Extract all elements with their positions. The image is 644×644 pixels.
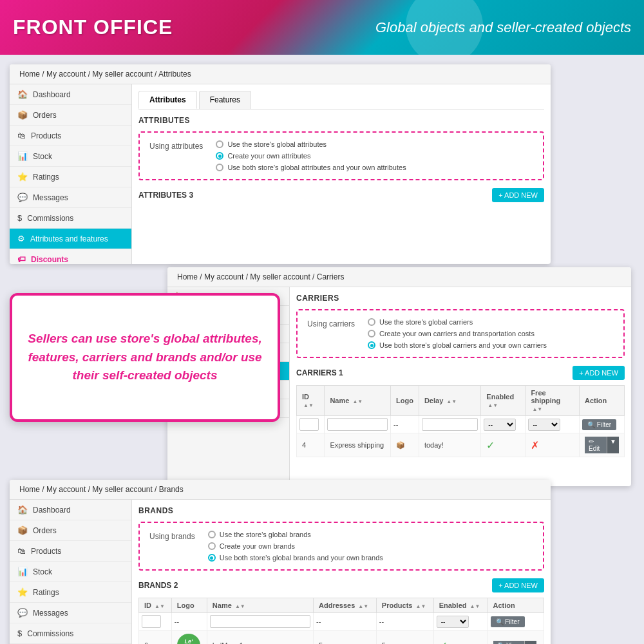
sidebar-brands-messages[interactable]: 💬 Messages: [10, 603, 131, 623]
radio-brands-dot-2: [208, 542, 216, 550]
table-row: 4 Express shipping 📦 today! ✓ ✗ ✏ Edit▼: [297, 433, 625, 457]
tab-attributes[interactable]: Attributes: [138, 91, 197, 109]
add-new-carrier-button[interactable]: + ADD NEW: [573, 366, 625, 380]
sidebar-brands-dashboard[interactable]: 🏠 Dashboard: [10, 500, 131, 520]
col-brand-name: Name ▲▼: [207, 598, 313, 613]
sidebar-item-discounts[interactable]: 🏷 Discounts: [10, 249, 131, 264]
radio-own-brands[interactable]: Create your own brands: [208, 542, 383, 550]
carriers-count-bar: CARRIERS 1 + ADD NEW: [296, 366, 625, 380]
brands-table: ID ▲▼ Logo Name ▲▼ Addresses ▲▼ Products…: [138, 598, 544, 644]
breadcrumb-brands: Home / My account / My seller account / …: [10, 480, 551, 500]
overlay-message-box: Sellers can use store's global attribute…: [10, 293, 280, 422]
sidebar-item-products[interactable]: 🛍 Products: [10, 126, 131, 146]
col-brand-products: Products ▲▼: [376, 598, 433, 613]
carrier-free-shipping: ✗: [526, 433, 580, 457]
brand-addresses: 5: [314, 630, 377, 645]
brand-id: 6: [139, 630, 172, 645]
radio-carriers-dot-3: [368, 341, 375, 349]
edit-carrier-button[interactable]: ✏ Edit▼: [585, 437, 619, 453]
sidebar-brands-stock[interactable]: 📊 Stock: [10, 562, 131, 582]
attributes-count-label: ATTRIBUTES 3: [138, 191, 193, 200]
sidebar-item-messages[interactable]: 💬 Messages: [10, 187, 131, 208]
using-attributes-label: Using attributes: [149, 142, 203, 151]
brand-avatar: Le'Marc: [177, 634, 200, 644]
using-brands-label: Using brands: [149, 532, 195, 541]
using-carriers-label: Using carriers: [307, 319, 355, 328]
col-name: Name ▲▼: [325, 386, 391, 416]
filter-name-input[interactable]: [327, 418, 388, 431]
filter-button[interactable]: 🔍 Filter: [582, 419, 616, 430]
sidebar-attributes: 🏠 Dashboard 📦 Orders 🛍 Products 📊 Stock …: [10, 84, 132, 264]
sidebar-brands-products[interactable]: 🛍 Products: [10, 541, 131, 562]
brand-action: 🔍 View▼: [488, 630, 544, 645]
sidebar-brands-orders[interactable]: 📦 Orders: [10, 520, 131, 541]
table-row: 6 Le'Marc Le'Marc 1 5 5 ✓ 🔍 View▼: [139, 630, 544, 645]
brands-ratings-icon: ⭐: [17, 587, 28, 597]
brands-commissions-icon: $: [17, 629, 22, 638]
carriers-radio-group: Use the store's global carriers Create y…: [368, 318, 547, 349]
attributes-main-content: Attributes Features ATTRIBUTES Using att…: [132, 84, 551, 264]
col-logo: Logo: [391, 386, 419, 416]
filter-enabled-select[interactable]: --: [484, 419, 516, 431]
sidebar-brands-commissions[interactable]: $ Commissions: [10, 623, 131, 644]
brands-main-content: BRANDS Using brands Use the store's glob…: [132, 500, 551, 644]
sidebar-item-attributes[interactable]: ⚙ Attributes and features: [10, 229, 131, 249]
sidebar-item-stock[interactable]: 📊 Stock: [10, 146, 131, 167]
add-new-brand-button[interactable]: + ADD NEW: [492, 578, 544, 592]
radio-carriers-dot-2: [368, 330, 375, 337]
carrier-action: ✏ Edit▼: [580, 433, 625, 457]
col-id: ID ▲▼: [297, 386, 325, 416]
col-brand-action: Action: [488, 598, 544, 613]
view-brand-button[interactable]: 🔍 View▼: [493, 641, 536, 645]
radio-own-attrs[interactable]: Create your own attributes: [216, 152, 406, 160]
add-new-attribute-button[interactable]: + ADD NEW: [492, 188, 544, 202]
radio-both-attrs[interactable]: Use both store's global attributes and y…: [216, 164, 406, 171]
header-subtitle: Global objects and seller-created object…: [375, 19, 631, 36]
brand-products: 5: [376, 630, 433, 645]
carrier-delay: today!: [419, 433, 480, 457]
col-action: Action: [580, 386, 625, 416]
radio-dot-2: [216, 152, 223, 160]
col-brand-enabled: Enabled ▲▼: [433, 598, 488, 613]
sidebar-item-ratings[interactable]: ⭐ Ratings: [10, 167, 131, 187]
col-brand-id: ID ▲▼: [139, 598, 172, 613]
sidebar-item-dashboard[interactable]: 🏠 Dashboard: [10, 84, 131, 105]
radio-global-brands[interactable]: Use the store's global brands: [208, 531, 383, 538]
brand-enabled: ✓: [433, 630, 488, 645]
filter-brand-enabled-select[interactable]: --: [437, 616, 469, 628]
products-icon: 🛍: [17, 131, 26, 140]
attributes-radio-group: Use the store's global attributes Create…: [216, 140, 406, 171]
front-office-title: FRONT OFFICE: [13, 15, 173, 39]
filter-delay-input[interactable]: [422, 418, 478, 431]
panel-attributes: Home / My account / My seller account / …: [10, 64, 551, 264]
sidebar-item-orders[interactable]: 📦 Orders: [10, 105, 131, 126]
brand-logo: Le'Marc: [171, 630, 207, 645]
sidebar-item-commissions[interactable]: $ Commissions: [10, 208, 131, 229]
radio-global-carriers[interactable]: Use the store's global carriers: [368, 318, 547, 326]
filter-brand-name-input[interactable]: [210, 615, 310, 628]
radio-own-carriers[interactable]: Create your own carriers and transportat…: [368, 330, 547, 337]
brands-filter-row: -- -- -- -- 🔍 Filter: [139, 613, 544, 630]
brands-stock-icon: 📊: [17, 567, 28, 576]
ratings-icon: ⭐: [17, 172, 28, 182]
radio-both-brands[interactable]: Use both store's global brands and your …: [208, 554, 383, 562]
attributes-section-header: ATTRIBUTES: [138, 116, 544, 125]
carrier-logo: 📦: [391, 433, 419, 457]
main-area: Home / My account / My seller account / …: [0, 55, 644, 644]
brands-filter-button[interactable]: 🔍 Filter: [491, 616, 525, 627]
filter-brand-id-input[interactable]: [142, 615, 161, 628]
brands-orders-icon: 📦: [17, 526, 28, 535]
sidebar-brands: 🏠 Dashboard 📦 Orders 🛍 Products 📊 Stock …: [10, 500, 132, 644]
filter-id-input[interactable]: [299, 418, 319, 431]
orders-icon: 📦: [17, 110, 28, 120]
carriers-table: ID ▲▼ Name ▲▼ Logo Delay ▲▼ Enabled ▲▼ F…: [296, 385, 625, 457]
brands-options-box: Using brands Use the store's global bran…: [138, 522, 544, 571]
overlay-text: Sellers can use store's global attribute…: [25, 330, 265, 385]
tab-features[interactable]: Features: [199, 91, 251, 109]
radio-global-attrs[interactable]: Use the store's global attributes: [216, 140, 406, 148]
sidebar-brands-ratings[interactable]: ⭐ Ratings: [10, 582, 131, 603]
radio-brands-dot-3: [208, 554, 216, 562]
radio-both-carriers[interactable]: Use both store's global carriers and you…: [368, 341, 547, 349]
brands-count-label: BRANDS 2: [138, 581, 178, 590]
filter-free-shipping-select[interactable]: --: [528, 419, 560, 431]
